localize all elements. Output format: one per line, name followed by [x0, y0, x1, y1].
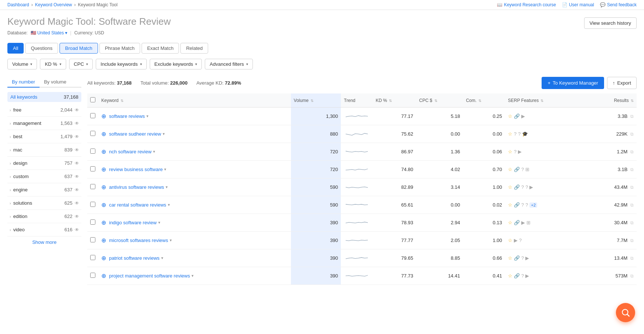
keyword-dropdown-icon[interactable]: ▾: [146, 114, 149, 119]
select-all-checkbox[interactable]: [90, 97, 95, 102]
keyword-link[interactable]: project management software reviews ▾: [109, 273, 194, 279]
copy-icon[interactable]: ⧉: [630, 185, 634, 190]
export-button[interactable]: ↑ Export: [607, 77, 637, 89]
keyword-group-header[interactable]: › design 757 👁: [7, 159, 81, 167]
row-checkbox[interactable]: [90, 237, 95, 242]
kd-header[interactable]: KD % ⇅: [373, 93, 416, 108]
tab-phrase-match[interactable]: Phrase Match: [99, 43, 140, 54]
eye-icon[interactable]: 👁: [75, 214, 79, 219]
keyword-link[interactable]: indigo software review ▾: [109, 220, 160, 225]
keyword-dropdown-icon[interactable]: ▾: [191, 273, 194, 278]
keyword-link[interactable]: software sudheer review ▾: [109, 131, 165, 137]
add-keyword-icon[interactable]: ⊕: [101, 201, 106, 208]
add-keyword-icon[interactable]: ⊕: [101, 113, 106, 120]
copy-icon[interactable]: ⧉: [630, 238, 634, 243]
copy-icon[interactable]: ⧉: [630, 220, 634, 225]
copy-icon[interactable]: ⧉: [630, 114, 634, 119]
volume-filter[interactable]: Volume ▾: [7, 59, 37, 69]
eye-icon[interactable]: 👁: [75, 227, 79, 232]
eye-icon[interactable]: 👁: [75, 147, 79, 153]
copy-icon[interactable]: ⧉: [630, 132, 634, 137]
send-feedback-link[interactable]: 💬 Send feedback: [600, 2, 637, 7]
copy-icon[interactable]: ⧉: [630, 167, 634, 172]
copy-icon[interactable]: ⧉: [630, 256, 634, 261]
eye-icon[interactable]: 👁: [75, 121, 79, 126]
row-checkbox[interactable]: [90, 113, 95, 118]
include-keywords-filter[interactable]: Include keywords ▾: [96, 59, 146, 69]
view-search-history-button[interactable]: View search history: [584, 17, 637, 29]
keyword-group-header[interactable]: › mac 839 👁: [7, 146, 81, 154]
row-checkbox[interactable]: [90, 219, 95, 225]
keyword-link[interactable]: antivirus software reviews ▾: [109, 184, 168, 190]
tab-exact-match[interactable]: Exact Match: [142, 43, 179, 54]
keyword-dropdown-icon[interactable]: ▾: [170, 238, 172, 243]
add-keyword-icon[interactable]: ⊕: [101, 184, 106, 191]
keyword-group-header[interactable]: › edition 622 👁: [7, 212, 81, 221]
tab-all[interactable]: All: [7, 43, 24, 54]
sort-by-volume-tab[interactable]: By volume: [40, 77, 71, 88]
keyword-group-header[interactable]: › free 2,044 👁: [7, 106, 81, 114]
add-keyword-icon[interactable]: ⊕: [101, 237, 106, 244]
keyword-dropdown-icon[interactable]: ▾: [163, 132, 165, 136]
cpc-header[interactable]: CPC $ ⇅: [416, 93, 463, 108]
keyword-link[interactable]: nch software review ▾: [109, 149, 155, 154]
add-keyword-icon[interactable]: ⊕: [101, 130, 106, 137]
keyword-link[interactable]: car rental software reviews ▾: [109, 202, 170, 208]
breadcrumb-dashboard[interactable]: Dashboard: [7, 2, 29, 7]
copy-icon[interactable]: ⧉: [630, 273, 634, 279]
eye-icon[interactable]: 👁: [75, 201, 79, 206]
breadcrumb-keyword-overview[interactable]: Keyword Overview: [35, 2, 72, 7]
keyword-dropdown-icon[interactable]: ▾: [168, 202, 170, 207]
keyword-group-header[interactable]: › custom 637 👁: [7, 172, 81, 181]
keyword-group-header[interactable]: › best 1,479 👁: [7, 132, 81, 141]
copy-icon[interactable]: ⧉: [630, 149, 634, 154]
row-checkbox[interactable]: [90, 166, 95, 171]
kd-filter[interactable]: KD % ▾: [40, 59, 66, 69]
keyword-link[interactable]: microsoft softwares reviews ▾: [109, 238, 172, 243]
row-checkbox[interactable]: [90, 149, 95, 154]
add-keyword-icon[interactable]: ⊕: [101, 255, 106, 262]
show-more-link[interactable]: Show more: [7, 236, 81, 248]
keyword-manager-button[interactable]: + To Keyword Manager: [542, 77, 604, 89]
keyword-dropdown-icon[interactable]: ▾: [153, 149, 155, 154]
eye-icon[interactable]: 👁: [75, 174, 79, 179]
eye-icon[interactable]: 👁: [75, 134, 79, 139]
row-checkbox[interactable]: [90, 202, 95, 207]
eye-icon[interactable]: 👁: [75, 187, 79, 192]
keyword-research-course-link[interactable]: 📖 Keyword Research course: [497, 2, 556, 7]
add-keyword-icon[interactable]: ⊕: [101, 148, 106, 155]
keyword-group-header[interactable]: › engine 637 👁: [7, 185, 81, 194]
add-keyword-icon[interactable]: ⊕: [101, 272, 106, 279]
copy-icon[interactable]: ⧉: [630, 202, 634, 208]
row-checkbox[interactable]: [90, 273, 95, 278]
eye-icon[interactable]: 👁: [75, 108, 79, 113]
country-selector[interactable]: 🇺🇸 United States ▾: [31, 30, 67, 35]
add-keyword-icon[interactable]: ⊕: [101, 166, 106, 173]
user-manual-link[interactable]: 📄 User manual: [562, 2, 594, 7]
keyword-group-header[interactable]: › video 616 👁: [7, 225, 81, 234]
volume-header[interactable]: Volume ⇅: [291, 93, 341, 108]
keyword-link[interactable]: review business software ▾: [109, 167, 166, 172]
serp-header[interactable]: SERP Features ⇅: [505, 93, 586, 108]
com-header[interactable]: Com. ⇅: [463, 93, 505, 108]
exclude-keywords-filter[interactable]: Exclude keywords ▾: [150, 59, 202, 69]
keyword-dropdown-icon[interactable]: ▾: [166, 185, 168, 190]
keyword-dropdown-icon[interactable]: ▾: [158, 220, 160, 225]
advanced-filters[interactable]: Advanced filters ▾: [205, 59, 253, 69]
row-checkbox[interactable]: [90, 131, 95, 136]
keyword-dropdown-icon[interactable]: ▾: [161, 256, 163, 260]
row-checkbox[interactable]: [90, 255, 95, 260]
add-keyword-icon[interactable]: ⊕: [101, 219, 106, 226]
keyword-group-header[interactable]: › management 1,563 👁: [7, 119, 81, 127]
sort-by-number-tab[interactable]: By number: [7, 77, 40, 88]
tab-questions[interactable]: Questions: [25, 43, 58, 54]
keyword-header[interactable]: Keyword ⇅: [98, 93, 291, 108]
results-header[interactable]: Results ⇅: [586, 93, 637, 108]
all-keywords-row[interactable]: All keywords 37,168: [7, 92, 81, 102]
tab-broad-match[interactable]: Broad Match: [60, 43, 98, 54]
keyword-link[interactable]: patriot software reviews ▾: [109, 255, 163, 261]
eye-icon[interactable]: 👁: [75, 161, 79, 166]
keyword-link[interactable]: software reviews ▾: [109, 113, 149, 119]
tab-related[interactable]: Related: [180, 43, 208, 54]
keyword-group-header[interactable]: › solutions 625 👁: [7, 199, 81, 207]
